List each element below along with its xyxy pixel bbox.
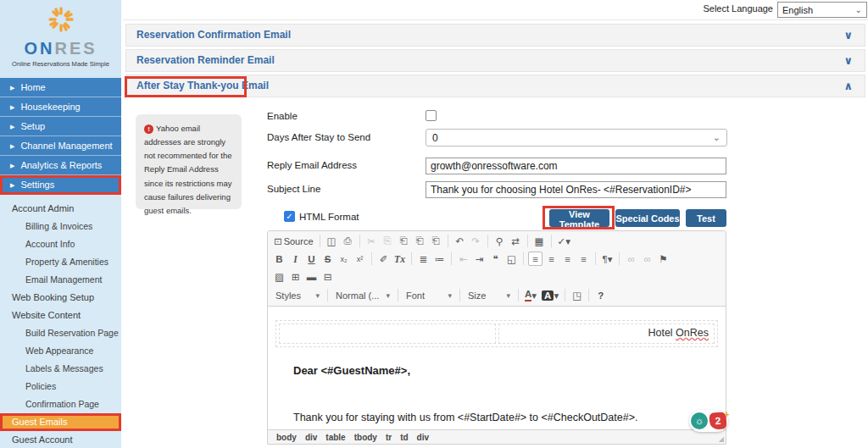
- sidebar-item-analytics-reports[interactable]: ▶Analytics & Reports: [0, 156, 121, 175]
- styles-dropdown[interactable]: Styles▾: [271, 287, 324, 303]
- copy-formatting-icon[interactable]: ✐: [376, 252, 391, 266]
- paste-text-icon[interactable]: ⎗: [413, 234, 427, 248]
- superscript-icon[interactable]: x²: [353, 252, 367, 266]
- paragraph-format-dropdown[interactable]: Normal (...▾: [331, 287, 394, 303]
- path-tbody[interactable]: tbody: [354, 433, 377, 442]
- subject-line-input[interactable]: [426, 181, 726, 198]
- text-direction-icon[interactable]: ¶▾: [600, 252, 615, 266]
- spellcheck-icon[interactable]: ✓▾: [556, 234, 572, 248]
- replace-icon[interactable]: ⇄: [509, 234, 523, 248]
- badge-extension-icon[interactable]: 2+: [709, 412, 726, 429]
- size-dropdown[interactable]: Size▾: [464, 287, 515, 303]
- about-help-icon[interactable]: ?: [593, 288, 608, 302]
- justify-icon[interactable]: ≡: [576, 252, 591, 266]
- align-center-icon[interactable]: ≡: [544, 252, 559, 266]
- email-header-table[interactable]: Hotel OnRes: [275, 320, 718, 347]
- accordion-title: Reservation Reminder Email: [136, 54, 275, 66]
- sidebar-item-channel-management[interactable]: ▶Channel Management: [0, 136, 121, 156]
- submenu-guest-emails[interactable]: Guest Emails: [0, 413, 121, 431]
- strikethrough-icon[interactable]: S: [320, 252, 335, 266]
- unlink-icon[interactable]: ∞: [640, 252, 654, 266]
- div-container-icon[interactable]: ◱: [504, 252, 519, 266]
- submenu-confirmation-page[interactable]: Confirmation Page: [0, 395, 121, 413]
- undo-icon[interactable]: ↶: [453, 234, 467, 248]
- maximize-icon[interactable]: ◳: [570, 288, 584, 302]
- select-all-icon[interactable]: ▦: [532, 234, 547, 248]
- table-icon[interactable]: ⊞: [288, 269, 303, 284]
- submenu-property-amenities[interactable]: Property & Amenities: [0, 253, 121, 271]
- redo-icon[interactable]: ↷: [469, 234, 483, 248]
- sidebar-item-home[interactable]: ▶Home: [0, 78, 121, 97]
- submenu-billing-invoices[interactable]: Billing & Invoices: [0, 218, 121, 235]
- submenu-labels-messages[interactable]: Labels & Messages: [0, 360, 121, 378]
- submenu-website-content[interactable]: Website Content: [0, 307, 121, 324]
- copy-icon[interactable]: ⎘: [381, 234, 395, 248]
- remove-format-icon[interactable]: Tx: [392, 252, 407, 266]
- submenu-web-booking-setup[interactable]: Web Booking Setup: [0, 289, 121, 307]
- language-select[interactable]: English ⌄: [777, 2, 867, 18]
- image-icon[interactable]: ▨: [272, 269, 287, 284]
- accordion-reservation-confirmation-email[interactable]: Reservation Confirmation Email ∨: [125, 24, 865, 47]
- view-template-button[interactable]: View Template: [549, 209, 609, 227]
- sidebar-item-settings[interactable]: ▶Settings: [0, 175, 121, 195]
- header-table-cell-right[interactable]: Hotel OnRes: [498, 324, 715, 344]
- submenu-build-reservation-page[interactable]: Build Reservation Page: [0, 324, 121, 342]
- italic-icon[interactable]: I: [288, 252, 303, 266]
- align-right-icon[interactable]: ≡: [560, 252, 575, 266]
- background-color-icon[interactable]: A▾: [540, 288, 560, 302]
- chevron-down-icon[interactable]: ∨: [843, 50, 853, 71]
- lightbulb-extension-icon[interactable]: ☼: [691, 412, 708, 429]
- special-codes-button[interactable]: Special Codes: [615, 209, 680, 227]
- path-td[interactable]: td: [400, 433, 408, 442]
- anchor-icon[interactable]: ⚑: [656, 252, 670, 266]
- bulleted-list-icon[interactable]: ≔: [432, 252, 447, 266]
- blockquote-icon[interactable]: ❝: [488, 252, 503, 266]
- caret-icon: ▾: [315, 291, 320, 300]
- source-button[interactable]: ⊡Source: [272, 234, 315, 248]
- subscript-icon[interactable]: x₂: [337, 252, 351, 266]
- submenu-email-management[interactable]: Email Management: [0, 271, 121, 289]
- accordion-after-stay-thank-you-email[interactable]: After Stay Thank-you Email ∧: [125, 75, 865, 97]
- test-button[interactable]: Test: [686, 209, 726, 227]
- find-icon[interactable]: ⚲: [492, 234, 507, 248]
- submenu-account-admin[interactable]: Account Admin: [0, 200, 121, 218]
- submenu-guest-account[interactable]: Guest Account: [0, 431, 121, 448]
- print-icon[interactable]: ⎙: [341, 234, 355, 248]
- link-icon[interactable]: ∞: [624, 252, 638, 266]
- path-table[interactable]: table: [326, 433, 345, 442]
- styles-label: Styles: [275, 290, 301, 301]
- path-div[interactable]: div: [305, 433, 317, 442]
- underline-icon[interactable]: U: [304, 252, 319, 266]
- resize-handle-icon[interactable]: ◢: [719, 435, 724, 443]
- days-after-stay-select[interactable]: 0 ⌄: [426, 129, 727, 147]
- page-break-icon[interactable]: ⊟: [320, 269, 335, 284]
- bold-icon[interactable]: B: [272, 252, 287, 266]
- chevron-up-icon[interactable]: ∧: [843, 75, 853, 97]
- paste-from-word-icon[interactable]: ⎗: [429, 234, 443, 248]
- path-div2[interactable]: div: [417, 433, 429, 442]
- font-dropdown[interactable]: Font▾: [402, 287, 456, 303]
- html-format-checkbox[interactable]: ✓: [284, 211, 295, 222]
- text-color-icon[interactable]: A▾: [523, 288, 538, 302]
- path-body[interactable]: body: [276, 433, 297, 442]
- numbered-list-icon[interactable]: ≣: [416, 252, 431, 266]
- decrease-indent-icon[interactable]: ⇤: [456, 252, 470, 266]
- paste-icon[interactable]: ⎗: [397, 234, 411, 248]
- submenu-policies[interactable]: Policies: [0, 378, 121, 395]
- increase-indent-icon[interactable]: ⇥: [472, 252, 487, 266]
- enable-checkbox[interactable]: [426, 110, 437, 121]
- sidebar-item-setup[interactable]: ▶Setup: [0, 117, 121, 136]
- email-editor-body[interactable]: Hotel OnRes Dear <#GuestName#>, Thank yo…: [268, 307, 726, 429]
- path-tr[interactable]: tr: [386, 433, 392, 442]
- reply-email-input[interactable]: [426, 158, 726, 174]
- preview-icon[interactable]: ◫: [325, 234, 339, 248]
- chevron-down-icon[interactable]: ∨: [843, 25, 853, 46]
- horizontal-rule-icon[interactable]: ▬: [304, 269, 319, 284]
- submenu-web-appearance[interactable]: Web Appearance: [0, 342, 121, 360]
- accordion-reservation-reminder-email[interactable]: Reservation Reminder Email ∨: [125, 49, 865, 72]
- sidebar-item-housekeeping[interactable]: ▶Housekeeping: [0, 97, 121, 117]
- header-table-cell-left[interactable]: [279, 324, 496, 344]
- align-left-icon[interactable]: ≡: [528, 252, 542, 266]
- submenu-account-info[interactable]: Account Info: [0, 235, 121, 253]
- cut-icon[interactable]: ✂: [364, 234, 379, 248]
